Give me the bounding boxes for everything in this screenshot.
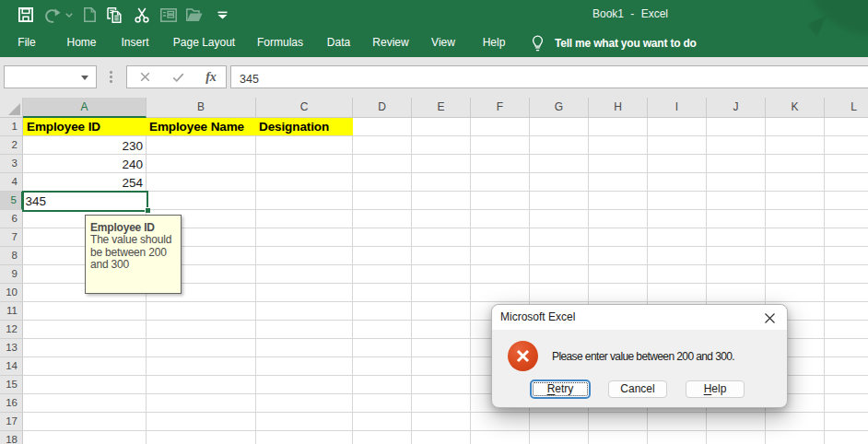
row-header-4[interactable]: 4 — [0, 173, 23, 192]
tab-view[interactable]: View — [431, 29, 455, 57]
row-header-6[interactable]: 6 — [0, 210, 23, 228]
tab-insert[interactable]: Insert — [121, 29, 148, 57]
column-header-F[interactable]: F — [471, 98, 530, 118]
row-header-18[interactable]: 18 — [0, 431, 23, 444]
row-headers: 123456789101112131415161718 — [0, 118, 23, 444]
redo-button[interactable] — [42, 0, 63, 29]
row-header-15[interactable]: 15 — [0, 376, 23, 394]
column-header-D[interactable]: D — [353, 98, 412, 118]
gridline — [411, 118, 412, 444]
tell-me-box[interactable]: Tell me what you want to do — [532, 29, 697, 57]
cell-A2[interactable]: 230 — [23, 136, 143, 155]
validation-tooltip: Employee ID The value should be between … — [85, 215, 182, 294]
cell-A3[interactable]: 240 — [23, 155, 143, 173]
help-button[interactable]: Help — [686, 380, 745, 398]
new-document-button[interactable] — [81, 0, 98, 29]
row-header-2[interactable]: 2 — [0, 136, 23, 155]
form-button[interactable] — [158, 0, 179, 29]
dialog-title: Microsoft Excel — [500, 305, 575, 330]
name-box[interactable] — [4, 65, 97, 88]
insert-function-button[interactable]: fx — [197, 66, 225, 88]
excel-window: Book1 - Excel FileHomeInsertPage LayoutF… — [0, 0, 868, 444]
formula-value: 345 — [240, 69, 259, 90]
formula-input[interactable]: 345 — [230, 65, 868, 88]
fill-handle[interactable] — [145, 207, 150, 213]
row-header-9[interactable]: 9 — [0, 265, 23, 284]
tooltip-title: Employee ID — [90, 221, 177, 234]
enter-check-icon — [172, 73, 184, 82]
enter-entry-button[interactable] — [164, 66, 192, 88]
new-document-icon — [84, 7, 96, 22]
cell-C1[interactable]: Designation — [259, 118, 329, 135]
window-title: Book1 - Excel — [592, 0, 668, 28]
tab-formulas[interactable]: Formulas — [257, 29, 303, 57]
row-header-12[interactable]: 12 — [0, 321, 23, 339]
redo-dropdown-button[interactable] — [63, 0, 76, 29]
cancel-button[interactable]: Cancel — [608, 380, 667, 398]
save-icon — [18, 7, 33, 22]
tell-me-label: Tell me what you want to do — [555, 37, 697, 50]
copy-button[interactable] — [105, 0, 125, 29]
cell-A1[interactable]: Employee ID — [27, 118, 100, 135]
name-box-dropdown-icon[interactable] — [81, 76, 88, 80]
title-bar: Book1 - Excel FileHomeInsertPage LayoutF… — [0, 0, 868, 57]
cut-button[interactable] — [132, 0, 152, 29]
cancel-entry-button[interactable] — [131, 66, 158, 88]
retry-button[interactable]: Retry — [530, 380, 591, 399]
row-header-1[interactable]: 1 — [0, 118, 23, 136]
select-all-corner[interactable] — [0, 98, 23, 118]
open-button[interactable] — [184, 0, 205, 29]
column-header-K[interactable]: K — [766, 98, 825, 118]
column-header-A[interactable]: A — [23, 98, 147, 118]
row-header-3[interactable]: 3 — [0, 155, 23, 173]
row-header-5[interactable]: 5 — [0, 192, 23, 210]
tab-page-layout[interactable]: Page Layout — [173, 29, 235, 57]
customize-qat-icon — [217, 11, 228, 19]
gridline — [255, 118, 256, 444]
tooltip-line: be between 200 — [90, 247, 177, 260]
customize-qat-button[interactable] — [215, 0, 229, 29]
column-headers: ABCDEFGHIJKL — [23, 98, 868, 118]
cancel-x-icon — [140, 72, 150, 82]
row-header-8[interactable]: 8 — [0, 247, 23, 265]
cell-A5-value: 345 — [26, 193, 47, 210]
dialog-close-button[interactable] — [764, 311, 776, 323]
sheet-area: ABCDEFGHIJKL 123456789101112131415161718… — [0, 98, 868, 444]
column-header-I[interactable]: I — [648, 98, 707, 118]
column-header-E[interactable]: E — [412, 98, 471, 118]
row-header-17[interactable]: 17 — [0, 413, 23, 431]
lightbulb-icon — [532, 35, 544, 52]
column-header-B[interactable]: B — [147, 98, 256, 118]
column-header-L[interactable]: L — [825, 98, 868, 118]
row-header-13[interactable]: 13 — [0, 339, 23, 357]
tab-data[interactable]: Data — [327, 29, 350, 57]
column-header-G[interactable]: G — [530, 98, 589, 118]
highlighted-header-row: Employee ID Employee Name Designation — [23, 118, 353, 135]
row-header-11[interactable]: 11 — [0, 302, 23, 321]
row-header-16[interactable]: 16 — [0, 394, 23, 413]
column-header-C[interactable]: C — [256, 98, 353, 118]
save-button[interactable] — [15, 0, 37, 29]
ribbon-tabs: FileHomeInsertPage LayoutFormulasDataRev… — [0, 29, 868, 57]
formula-bar-strip: fx 345 — [0, 57, 868, 98]
redo-icon — [44, 6, 61, 23]
tab-home[interactable]: Home — [66, 29, 96, 57]
row-header-14[interactable]: 14 — [0, 357, 23, 376]
cut-icon — [135, 7, 149, 23]
selected-cell-A5[interactable]: 345 — [22, 191, 148, 212]
dialog-message: Please enter value between 200 and 300. — [552, 350, 734, 363]
row-header-10[interactable]: 10 — [0, 284, 23, 302]
tab-review[interactable]: Review — [372, 29, 408, 57]
tab-help[interactable]: Help — [483, 29, 506, 57]
error-icon — [508, 341, 538, 371]
formula-bar-grip[interactable] — [110, 71, 113, 84]
cell-A4[interactable]: 254 — [23, 173, 143, 192]
tooltip-line: and 300 — [90, 259, 177, 272]
cell-B1[interactable]: Employee Name — [149, 118, 244, 135]
column-header-H[interactable]: H — [589, 98, 648, 118]
tab-file[interactable]: File — [18, 29, 35, 57]
column-header-J[interactable]: J — [707, 98, 766, 118]
row-header-7[interactable]: 7 — [0, 228, 23, 247]
open-folder-icon — [186, 8, 203, 22]
error-x-icon — [508, 341, 538, 371]
